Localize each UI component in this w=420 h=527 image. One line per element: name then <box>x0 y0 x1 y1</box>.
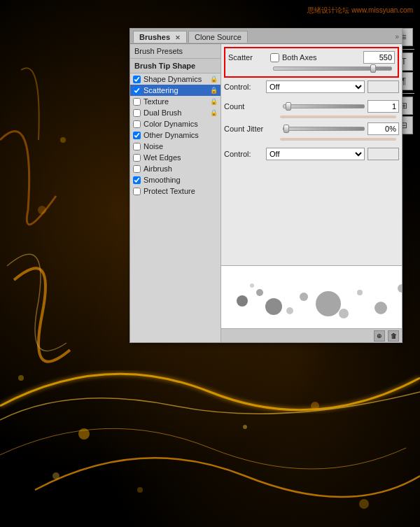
brush-item-noise[interactable]: Noise <box>130 141 220 152</box>
scatter-slider-track[interactable] <box>273 66 392 71</box>
brush-tip-shape-header: Brush Tip Shape <box>130 59 220 73</box>
count-slider-thumb[interactable] <box>286 102 291 111</box>
delete-brush-btn[interactable]: 🗑 <box>388 330 399 342</box>
scattering-checkbox[interactable] <box>133 87 141 94</box>
panel-tabs: Brushes ✕ Clone Source » <box>130 29 402 44</box>
brush-list: Shape Dynamics 🔒 Scattering 🔒 Texture 🔒 <box>130 73 220 342</box>
smoothing-checkbox[interactable] <box>133 176 141 184</box>
svg-point-11 <box>265 298 282 315</box>
svg-point-14 <box>357 290 363 295</box>
create-new-brush-btn[interactable]: ⊕ <box>374 330 385 342</box>
svg-point-2 <box>137 487 143 493</box>
count-jitter-thumb[interactable] <box>284 125 289 133</box>
scatter-section: Scatter Both Axes <box>224 47 399 78</box>
texture-lock: 🔒 <box>210 98 218 105</box>
scatter-label: Scatter <box>228 53 270 62</box>
count-label: Count <box>224 102 280 111</box>
svg-point-0 <box>78 428 90 440</box>
svg-point-21 <box>286 307 293 314</box>
scattering-label: Scattering <box>144 86 178 94</box>
control2-select[interactable]: Off Fade Pen Pressure Pen Tilt Stylus Wh… <box>266 148 365 160</box>
brush-presets-header[interactable]: Brush Presets <box>130 44 220 59</box>
svg-point-12 <box>300 293 308 301</box>
count-jitter-sub-indicator <box>280 138 396 141</box>
svg-point-20 <box>250 283 254 288</box>
panel-arrows[interactable]: » <box>395 33 399 41</box>
count-sub-indicator <box>280 115 396 118</box>
noise-checkbox[interactable] <box>133 143 141 150</box>
tab-clone-source-label: Clone Source <box>195 33 241 41</box>
control1-select[interactable]: Off Fade Pen Pressure Pen Tilt Stylus Wh… <box>266 80 365 93</box>
svg-point-3 <box>311 402 319 410</box>
tab-brushes-label: Brushes <box>139 33 170 41</box>
control1-value-box <box>368 80 399 93</box>
brush-item-other-dynamics[interactable]: Other Dynamics <box>130 129 220 141</box>
panel-bottom-toolbar: ⊕ 🗑 <box>221 328 402 342</box>
other-dynamics-checkbox[interactable] <box>133 132 141 139</box>
scattering-lock: 🔒 <box>210 87 218 94</box>
texture-label: Texture <box>144 97 169 106</box>
count-row: Count <box>224 100 399 113</box>
wet-edges-label: Wet Edges <box>144 153 181 162</box>
color-dynamics-checkbox[interactable] <box>133 120 141 128</box>
control1-row: Control: Off Fade Pen Pressure Pen Tilt … <box>221 80 402 93</box>
tab-brushes[interactable]: Brushes ✕ <box>133 31 187 43</box>
brush-item-texture[interactable]: Texture 🔒 <box>130 96 220 107</box>
wet-edges-checkbox[interactable] <box>133 154 141 162</box>
svg-point-9 <box>237 295 248 307</box>
tab-brushes-close[interactable]: ✕ <box>175 34 181 41</box>
shape-dynamics-lock: 🔒 <box>210 76 218 83</box>
shape-dynamics-label: Shape Dynamics <box>144 75 202 83</box>
brush-item-dual-brush[interactable]: Dual Brush 🔒 <box>130 107 220 118</box>
svg-point-7 <box>38 206 46 214</box>
airbrush-label: Airbrush <box>144 164 172 173</box>
both-axes-checkbox[interactable] <box>270 53 279 62</box>
texture-checkbox[interactable] <box>133 98 141 106</box>
svg-point-13 <box>316 291 341 316</box>
dual-brush-checkbox[interactable] <box>133 109 141 117</box>
scatter-row: Scatter Both Axes <box>228 51 395 64</box>
both-axes-label: Both Axes <box>270 53 363 62</box>
control2-row: Control: Off Fade Pen Pressure Pen Tilt … <box>221 148 402 160</box>
scatter-slider-row <box>228 66 395 71</box>
brush-item-protect-texture[interactable]: Protect Texture <box>130 185 220 197</box>
brush-item-smoothing[interactable]: Smoothing <box>130 174 220 185</box>
svg-point-1 <box>52 472 59 479</box>
count-jitter-label: Count Jitter <box>224 125 280 133</box>
control1-label: Control: <box>224 83 266 91</box>
brush-item-color-dynamics[interactable]: Color Dynamics <box>130 118 220 129</box>
count-value-input[interactable] <box>368 100 399 113</box>
smoothing-label: Smoothing <box>144 176 181 184</box>
svg-point-4 <box>359 499 369 509</box>
scatter-settings-panel: Scatter Both Axes Control: <box>221 44 402 342</box>
panel-content: Brush Presets Brush Tip Shape Shape Dyna… <box>130 44 402 342</box>
shape-dynamics-checkbox[interactable] <box>133 76 141 83</box>
other-dynamics-label: Other Dynamics <box>144 131 199 139</box>
watermark: 思绪设计论坛 www.missyuan.com <box>307 6 413 15</box>
brush-item-wet-edges[interactable]: Wet Edges <box>130 152 220 163</box>
svg-point-10 <box>256 289 263 296</box>
scatter-value-input[interactable] <box>363 51 395 64</box>
scatter-slider-thumb[interactable] <box>370 64 376 73</box>
tab-clone-source[interactable]: Clone Source <box>188 31 248 43</box>
brush-item-scattering[interactable]: Scattering 🔒 <box>130 85 220 96</box>
brush-item-airbrush[interactable]: Airbrush <box>130 163 220 174</box>
svg-point-22 <box>339 309 349 318</box>
protect-texture-checkbox[interactable] <box>133 188 141 195</box>
dual-brush-lock: 🔒 <box>210 109 218 116</box>
dual-brush-label: Dual Brush <box>144 108 181 117</box>
count-jitter-input[interactable] <box>368 122 399 135</box>
count-jitter-row: Count Jitter <box>224 122 399 135</box>
both-axes-text: Both Axes <box>282 53 317 62</box>
svg-point-15 <box>374 302 387 314</box>
brush-item-shape-dynamics[interactable]: Shape Dynamics 🔒 <box>130 73 220 85</box>
noise-label: Noise <box>144 142 163 150</box>
protect-texture-label: Protect Texture <box>144 187 195 195</box>
control2-label: Control: <box>224 150 266 158</box>
preview-svg <box>221 266 402 328</box>
color-dynamics-label: Color Dynamics <box>144 120 198 128</box>
svg-point-5 <box>18 375 24 381</box>
airbrush-checkbox[interactable] <box>133 165 141 173</box>
svg-point-16 <box>398 284 402 293</box>
brush-sidebar: Brush Presets Brush Tip Shape Shape Dyna… <box>130 44 221 342</box>
